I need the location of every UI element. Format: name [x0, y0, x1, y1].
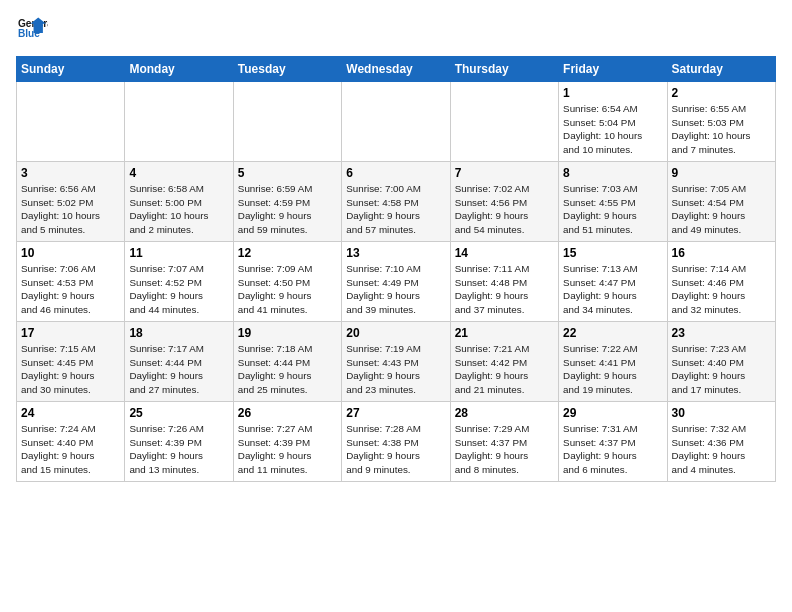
day-number: 16 — [672, 246, 771, 260]
day-number: 3 — [21, 166, 120, 180]
calendar-week-row: 24Sunrise: 7:24 AM Sunset: 4:40 PM Dayli… — [17, 402, 776, 482]
day-number: 22 — [563, 326, 662, 340]
calendar-cell — [450, 82, 558, 162]
calendar-cell: 16Sunrise: 7:14 AM Sunset: 4:46 PM Dayli… — [667, 242, 775, 322]
calendar-cell: 30Sunrise: 7:32 AM Sunset: 4:36 PM Dayli… — [667, 402, 775, 482]
day-info: Sunrise: 6:55 AM Sunset: 5:03 PM Dayligh… — [672, 102, 771, 157]
calendar-cell: 17Sunrise: 7:15 AM Sunset: 4:45 PM Dayli… — [17, 322, 125, 402]
calendar-cell — [125, 82, 233, 162]
day-info: Sunrise: 7:19 AM Sunset: 4:43 PM Dayligh… — [346, 342, 445, 397]
day-info: Sunrise: 6:54 AM Sunset: 5:04 PM Dayligh… — [563, 102, 662, 157]
day-number: 23 — [672, 326, 771, 340]
logo-icon: General Blue — [16, 16, 48, 44]
calendar-cell: 12Sunrise: 7:09 AM Sunset: 4:50 PM Dayli… — [233, 242, 341, 322]
day-number: 21 — [455, 326, 554, 340]
weekday-header: Monday — [125, 57, 233, 82]
day-number: 25 — [129, 406, 228, 420]
day-number: 2 — [672, 86, 771, 100]
calendar-cell: 10Sunrise: 7:06 AM Sunset: 4:53 PM Dayli… — [17, 242, 125, 322]
day-info: Sunrise: 7:03 AM Sunset: 4:55 PM Dayligh… — [563, 182, 662, 237]
calendar-cell: 4Sunrise: 6:58 AM Sunset: 5:00 PM Daylig… — [125, 162, 233, 242]
calendar-cell — [17, 82, 125, 162]
calendar-cell: 24Sunrise: 7:24 AM Sunset: 4:40 PM Dayli… — [17, 402, 125, 482]
day-number: 5 — [238, 166, 337, 180]
day-number: 26 — [238, 406, 337, 420]
calendar-cell: 13Sunrise: 7:10 AM Sunset: 4:49 PM Dayli… — [342, 242, 450, 322]
weekday-header: Thursday — [450, 57, 558, 82]
weekday-header: Friday — [559, 57, 667, 82]
day-info: Sunrise: 7:14 AM Sunset: 4:46 PM Dayligh… — [672, 262, 771, 317]
day-info: Sunrise: 7:31 AM Sunset: 4:37 PM Dayligh… — [563, 422, 662, 477]
day-number: 19 — [238, 326, 337, 340]
calendar-cell: 14Sunrise: 7:11 AM Sunset: 4:48 PM Dayli… — [450, 242, 558, 322]
day-info: Sunrise: 7:22 AM Sunset: 4:41 PM Dayligh… — [563, 342, 662, 397]
calendar-cell: 1Sunrise: 6:54 AM Sunset: 5:04 PM Daylig… — [559, 82, 667, 162]
day-info: Sunrise: 7:00 AM Sunset: 4:58 PM Dayligh… — [346, 182, 445, 237]
calendar-cell: 27Sunrise: 7:28 AM Sunset: 4:38 PM Dayli… — [342, 402, 450, 482]
day-info: Sunrise: 7:17 AM Sunset: 4:44 PM Dayligh… — [129, 342, 228, 397]
day-number: 1 — [563, 86, 662, 100]
day-number: 17 — [21, 326, 120, 340]
day-info: Sunrise: 6:58 AM Sunset: 5:00 PM Dayligh… — [129, 182, 228, 237]
day-info: Sunrise: 7:32 AM Sunset: 4:36 PM Dayligh… — [672, 422, 771, 477]
weekday-header: Saturday — [667, 57, 775, 82]
day-info: Sunrise: 7:06 AM Sunset: 4:53 PM Dayligh… — [21, 262, 120, 317]
calendar-cell: 2Sunrise: 6:55 AM Sunset: 5:03 PM Daylig… — [667, 82, 775, 162]
calendar-cell: 7Sunrise: 7:02 AM Sunset: 4:56 PM Daylig… — [450, 162, 558, 242]
calendar-week-row: 3Sunrise: 6:56 AM Sunset: 5:02 PM Daylig… — [17, 162, 776, 242]
calendar-header-row: SundayMondayTuesdayWednesdayThursdayFrid… — [17, 57, 776, 82]
weekday-header: Wednesday — [342, 57, 450, 82]
day-info: Sunrise: 7:23 AM Sunset: 4:40 PM Dayligh… — [672, 342, 771, 397]
day-number: 9 — [672, 166, 771, 180]
calendar-cell: 26Sunrise: 7:27 AM Sunset: 4:39 PM Dayli… — [233, 402, 341, 482]
calendar-cell: 11Sunrise: 7:07 AM Sunset: 4:52 PM Dayli… — [125, 242, 233, 322]
calendar-week-row: 10Sunrise: 7:06 AM Sunset: 4:53 PM Dayli… — [17, 242, 776, 322]
day-number: 11 — [129, 246, 228, 260]
calendar-cell: 5Sunrise: 6:59 AM Sunset: 4:59 PM Daylig… — [233, 162, 341, 242]
day-info: Sunrise: 7:15 AM Sunset: 4:45 PM Dayligh… — [21, 342, 120, 397]
calendar-cell: 25Sunrise: 7:26 AM Sunset: 4:39 PM Dayli… — [125, 402, 233, 482]
day-number: 6 — [346, 166, 445, 180]
day-info: Sunrise: 7:11 AM Sunset: 4:48 PM Dayligh… — [455, 262, 554, 317]
day-number: 10 — [21, 246, 120, 260]
day-number: 29 — [563, 406, 662, 420]
calendar-cell: 6Sunrise: 7:00 AM Sunset: 4:58 PM Daylig… — [342, 162, 450, 242]
weekday-header: Sunday — [17, 57, 125, 82]
day-info: Sunrise: 7:28 AM Sunset: 4:38 PM Dayligh… — [346, 422, 445, 477]
day-info: Sunrise: 7:29 AM Sunset: 4:37 PM Dayligh… — [455, 422, 554, 477]
day-number: 18 — [129, 326, 228, 340]
day-info: Sunrise: 7:21 AM Sunset: 4:42 PM Dayligh… — [455, 342, 554, 397]
day-info: Sunrise: 7:10 AM Sunset: 4:49 PM Dayligh… — [346, 262, 445, 317]
day-info: Sunrise: 6:56 AM Sunset: 5:02 PM Dayligh… — [21, 182, 120, 237]
day-info: Sunrise: 7:26 AM Sunset: 4:39 PM Dayligh… — [129, 422, 228, 477]
day-info: Sunrise: 7:07 AM Sunset: 4:52 PM Dayligh… — [129, 262, 228, 317]
day-number: 12 — [238, 246, 337, 260]
day-number: 13 — [346, 246, 445, 260]
calendar-cell: 3Sunrise: 6:56 AM Sunset: 5:02 PM Daylig… — [17, 162, 125, 242]
calendar-cell — [342, 82, 450, 162]
day-info: Sunrise: 7:24 AM Sunset: 4:40 PM Dayligh… — [21, 422, 120, 477]
weekday-header: Tuesday — [233, 57, 341, 82]
day-number: 15 — [563, 246, 662, 260]
header: General Blue — [16, 16, 776, 44]
day-number: 7 — [455, 166, 554, 180]
calendar: SundayMondayTuesdayWednesdayThursdayFrid… — [16, 56, 776, 482]
day-number: 8 — [563, 166, 662, 180]
calendar-cell: 19Sunrise: 7:18 AM Sunset: 4:44 PM Dayli… — [233, 322, 341, 402]
day-number: 14 — [455, 246, 554, 260]
day-info: Sunrise: 7:18 AM Sunset: 4:44 PM Dayligh… — [238, 342, 337, 397]
day-info: Sunrise: 6:59 AM Sunset: 4:59 PM Dayligh… — [238, 182, 337, 237]
calendar-cell — [233, 82, 341, 162]
calendar-cell: 22Sunrise: 7:22 AM Sunset: 4:41 PM Dayli… — [559, 322, 667, 402]
day-info: Sunrise: 7:09 AM Sunset: 4:50 PM Dayligh… — [238, 262, 337, 317]
day-number: 24 — [21, 406, 120, 420]
day-number: 4 — [129, 166, 228, 180]
calendar-cell: 18Sunrise: 7:17 AM Sunset: 4:44 PM Dayli… — [125, 322, 233, 402]
calendar-week-row: 17Sunrise: 7:15 AM Sunset: 4:45 PM Dayli… — [17, 322, 776, 402]
day-info: Sunrise: 7:13 AM Sunset: 4:47 PM Dayligh… — [563, 262, 662, 317]
logo: General Blue — [16, 16, 52, 44]
calendar-cell: 15Sunrise: 7:13 AM Sunset: 4:47 PM Dayli… — [559, 242, 667, 322]
calendar-cell: 28Sunrise: 7:29 AM Sunset: 4:37 PM Dayli… — [450, 402, 558, 482]
day-number: 28 — [455, 406, 554, 420]
calendar-cell: 20Sunrise: 7:19 AM Sunset: 4:43 PM Dayli… — [342, 322, 450, 402]
